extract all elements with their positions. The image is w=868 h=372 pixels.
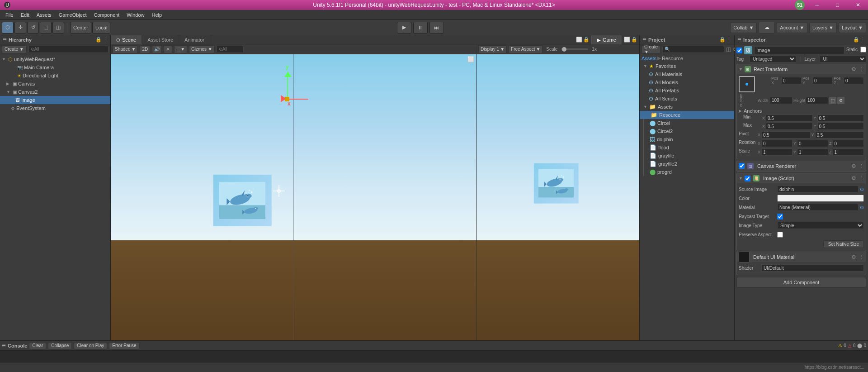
rotate-tool-button[interactable]: ↺ — [27, 22, 39, 33]
game-collapse-icon[interactable]: ⬜ — [624, 37, 630, 43]
rect-transform-dots[interactable]: ⋮ — [859, 67, 864, 72]
favorites-header[interactable]: ▼ ★ Favorites — [640, 62, 734, 70]
posx-input[interactable] — [781, 77, 802, 84]
pivot-y-input[interactable] — [815, 131, 864, 138]
2d-button[interactable]: 2D — [140, 45, 150, 53]
source-image-value[interactable]: dolphin — [777, 186, 859, 193]
rotation-y-input[interactable] — [797, 140, 828, 147]
active-checkbox[interactable] — [736, 48, 742, 53]
project-item-all-models[interactable]: ⊙ All Models — [640, 78, 734, 86]
hierarchy-search-input[interactable] — [28, 46, 108, 53]
menu-window[interactable]: Window — [123, 11, 148, 19]
add-component-button[interactable]: Add Component — [736, 277, 866, 288]
posy-input[interactable] — [812, 77, 833, 84]
menu-file[interactable]: File — [2, 11, 17, 19]
resource-file-grayfile2[interactable]: 📄 grayfile2 — [646, 160, 734, 168]
scale-z-input[interactable] — [833, 148, 864, 156]
local-button[interactable]: Local — [92, 22, 110, 33]
error-pause-button[interactable]: Error Pause — [109, 342, 139, 349]
resource-file-dolphin[interactable]: 🖼 dolphin — [646, 135, 734, 143]
hierarchy-item-canvas[interactable]: ▶ ▣ Canvas — [0, 80, 110, 88]
material-value[interactable]: None (Material) — [777, 204, 859, 211]
window-controls[interactable]: ─ □ ✕ — [807, 0, 868, 10]
hierarchy-item-image[interactable]: 🖼 Image — [0, 96, 110, 104]
project-item-resource[interactable]: 📁 Resource — [640, 111, 734, 119]
hierarchy-more-icon[interactable]: ⋮ — [103, 37, 108, 43]
anchors-max-y-input[interactable] — [817, 123, 864, 130]
preserve-aspect-checkbox[interactable] — [777, 232, 783, 238]
layout-dropdown[interactable]: Layout ▼ — [839, 22, 866, 33]
color-picker[interactable] — [777, 195, 864, 202]
material-edit[interactable]: ⊙ — [860, 205, 864, 210]
rect-tool-button[interactable]: ◫ — [52, 22, 64, 33]
rect-transform-settings[interactable]: ⚙ — [850, 66, 857, 73]
shading-dropdown[interactable]: Shaded▼ — [113, 45, 138, 53]
wh-btn2[interactable]: ⚙ — [837, 97, 844, 104]
hierarchy-item-root[interactable]: ▼ ⬡ unityWebRequest* — [0, 55, 110, 63]
project-item-all-scripts[interactable]: ⊙ All Scripts — [640, 95, 734, 103]
image-script-dots[interactable]: ⋮ — [859, 176, 864, 181]
raycast-checkbox[interactable] — [777, 214, 783, 219]
scene-search-input[interactable] — [217, 46, 244, 53]
menu-component[interactable]: Component — [90, 11, 123, 19]
resource-file-circel[interactable]: ⬤ Circel — [646, 119, 734, 127]
canvas-renderer-settings[interactable]: ⚙ — [850, 162, 857, 170]
menu-gameobject[interactable]: GameObject — [55, 11, 90, 19]
game-lock-icon[interactable]: 🔒 — [631, 37, 637, 43]
project-item-all-prefabs[interactable]: ⊙ All Prefabs — [640, 86, 734, 95]
anchors-max-x-input[interactable] — [766, 123, 812, 130]
step-button[interactable]: ⏭ — [429, 22, 444, 33]
game-scale-slider[interactable] — [561, 48, 588, 50]
default-ui-material-settings[interactable]: ⚙ — [850, 253, 857, 261]
scale-y-input[interactable] — [797, 148, 828, 156]
resource-file-grayfile[interactable]: 📄 grayfile — [646, 152, 734, 160]
default-ui-material-header[interactable]: Default UI Material ⚙ ⋮ — [737, 252, 866, 262]
rotation-x-input[interactable] — [761, 140, 793, 147]
project-more-icon[interactable]: ⋮ — [726, 37, 731, 43]
menu-help[interactable]: Help — [148, 11, 165, 19]
height-input[interactable] — [806, 97, 828, 104]
breadcrumb-assets[interactable]: Assets — [642, 56, 656, 61]
hierarchy-item-directional-light[interactable]: ☀ Directional Light — [0, 72, 110, 80]
cloud-button[interactable]: ☁ — [759, 22, 775, 33]
scene-dolphin-image[interactable] — [213, 174, 272, 226]
rect-visual[interactable] — [739, 76, 755, 92]
layer-select[interactable]: UI — [820, 55, 866, 62]
effects-button[interactable]: ☀ — [164, 45, 172, 53]
tag-select[interactable]: Untagged — [750, 55, 796, 62]
display-dropdown[interactable]: Display 1▼ — [478, 45, 507, 53]
account-dropdown[interactable]: Account ▼ — [777, 22, 807, 33]
hierarchy-lock-icon[interactable]: 🔒 — [95, 37, 102, 43]
width-input[interactable] — [770, 97, 793, 104]
hierarchy-item-canvas2[interactable]: ▼ ▣ Canvas2 — [0, 88, 110, 96]
collapse-button[interactable]: Collapse — [48, 342, 72, 349]
project-item-all-materials[interactable]: ⊙ All Materials — [640, 70, 734, 78]
tab-asset-store[interactable]: Asset Store — [142, 35, 179, 44]
static-checkbox[interactable] — [860, 47, 866, 52]
wh-btn1[interactable]: ⬚ — [829, 97, 836, 104]
pivot-x-input[interactable] — [761, 131, 810, 138]
rect-transform-header[interactable]: ▼ ⊞ Rect Transform ⚙ ⋮ — [737, 64, 866, 74]
image-script-settings[interactable]: ⚙ — [850, 175, 857, 182]
image-script-checkbox[interactable] — [745, 176, 750, 181]
menu-edit[interactable]: Edit — [17, 11, 33, 19]
default-ui-material-dots[interactable]: ⋮ — [859, 254, 864, 260]
scene-collapse-icon[interactable]: ⬜ — [576, 37, 582, 43]
hierarchy-create-button[interactable]: Create ▼ — [2, 45, 27, 53]
resource-file-circel2[interactable]: ⬤ Circel2 — [646, 127, 734, 135]
assets-header[interactable]: ▼ 📁 Assets — [640, 103, 734, 111]
tab-animator[interactable]: Animator — [179, 35, 210, 44]
scene-mode-button[interactable]: ⬚▼ — [174, 45, 187, 53]
canvas-renderer-checkbox[interactable] — [739, 163, 745, 169]
anchors-min-x-input[interactable] — [766, 114, 812, 122]
close-button[interactable]: ✕ — [848, 0, 868, 10]
clear-on-play-button[interactable]: Clear on Play — [74, 342, 107, 349]
scale-x-input[interactable] — [761, 148, 793, 156]
collab-button[interactable]: Collab ▼ — [730, 22, 757, 33]
center-button[interactable]: Center — [70, 22, 91, 33]
anchors-min-y-input[interactable] — [817, 114, 864, 122]
play-button[interactable]: ▶ — [397, 22, 411, 33]
breadcrumb-resource[interactable]: Resource — [662, 56, 683, 61]
inspector-lock-icon[interactable]: 🔒 — [853, 37, 859, 43]
resource-file-flood[interactable]: 📄 flood — [646, 143, 734, 152]
